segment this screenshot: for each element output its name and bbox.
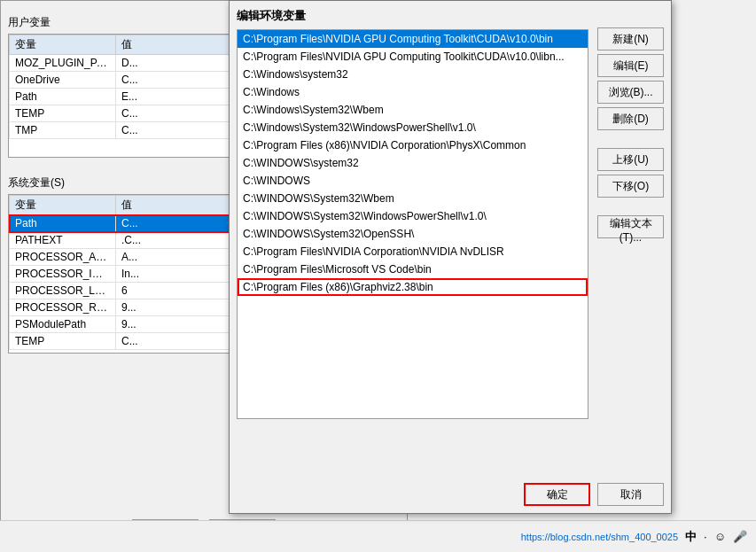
path-ok-button[interactable]: 确定 <box>524 483 590 506</box>
path-list-item[interactable]: C:\Windows\system32 <box>238 66 588 83</box>
user-var-name: TMP <box>10 122 116 139</box>
path-side-buttons: 新建(N) 编辑(E) 浏览(B)... 删除(D) 上移(U) 下移(O) 编… <box>597 27 664 238</box>
path-down-button[interactable]: 下移(O) <box>597 175 664 198</box>
user-var-name: OneDrive <box>10 72 116 89</box>
path-list-item[interactable]: C:\Program Files (x86)\NVIDIA Corporatio… <box>238 136 588 154</box>
path-dialog: 编辑环境变量 C:\Program Files\NVIDIA GPU Compu… <box>229 0 672 514</box>
path-list-item[interactable]: C:\WINDOWS\system32 <box>238 154 588 172</box>
sys-var-name: PROCESSOR_REVISION <box>10 299 116 316</box>
path-list[interactable]: C:\Program Files\NVIDIA GPU Computing To… <box>237 29 588 419</box>
user-col-name: 变量 <box>10 35 116 55</box>
path-list-item[interactable]: C:\Windows\System32\Wbem <box>238 101 588 119</box>
taskbar-lang[interactable]: 中 <box>685 529 697 545</box>
path-list-item[interactable]: C:\Program Files\NVIDIA Corporation\NVID… <box>238 243 588 260</box>
taskbar-emoji[interactable]: ☺ <box>714 530 726 543</box>
sys-var-name: PSModulePath <box>10 316 116 333</box>
sys-var-name: PATHEXT <box>10 232 116 249</box>
path-dialog-title: 编辑环境变量 <box>237 8 664 24</box>
path-new-button[interactable]: 新建(N) <box>597 27 664 51</box>
path-dialog-footer: 确定 取消 <box>524 483 664 506</box>
path-list-item[interactable]: C:\Program Files\NVIDIA GPU Computing To… <box>238 30 588 48</box>
path-list-item[interactable]: C:\Program Files (x86)\Graphviz2.38\bin <box>238 278 588 296</box>
taskbar-dot: · <box>704 530 707 543</box>
sys-var-name: PROCESSOR_IDENTIFIER <box>10 266 116 283</box>
path-list-item[interactable]: C:\WINDOWS\System32\WindowsPowerShell\v1… <box>238 207 588 225</box>
path-edit-text-button[interactable]: 编辑文本(T)... <box>597 215 664 238</box>
user-var-name: Path <box>10 89 116 105</box>
sys-col-name: 变量 <box>10 196 116 215</box>
path-list-item[interactable]: C:\Program Files\NVIDIA GPU Computing To… <box>238 48 588 66</box>
path-browse-button[interactable]: 浏览(B)... <box>597 81 664 104</box>
taskbar: https://blog.csdn.net/shm_400_0025 中 · ☺… <box>0 520 756 552</box>
path-list-item[interactable]: C:\WINDOWS\System32\OpenSSH\ <box>238 225 588 243</box>
user-var-name: MOZ_PLUGIN_PATH <box>10 55 116 72</box>
path-list-item[interactable]: C:\WINDOWS\System32\Wbem <box>238 190 588 207</box>
sys-var-name: PROCESSOR_ARCHITECTURE <box>10 249 116 266</box>
path-list-item[interactable]: C:\Windows <box>238 83 588 101</box>
path-edit-button[interactable]: 编辑(E) <box>597 54 664 77</box>
path-cancel-button[interactable]: 取消 <box>597 483 664 506</box>
taskbar-url: https://blog.csdn.net/shm_400_0025 <box>521 532 678 542</box>
path-delete-button[interactable]: 删除(D) <box>597 107 664 130</box>
path-list-item[interactable]: C:\Windows\System32\WindowsPowerShell\v1… <box>238 119 588 136</box>
sys-var-name: PROCESSOR_LEVEL <box>10 283 116 299</box>
path-list-item[interactable]: C:\WINDOWS <box>238 172 588 190</box>
sys-var-name: Path <box>10 215 116 232</box>
user-var-name: TEMP <box>10 105 116 122</box>
path-up-button[interactable]: 上移(U) <box>597 148 664 171</box>
sys-var-name: TEMP <box>10 333 116 350</box>
path-list-item[interactable]: C:\Program Files\Microsoft VS Code\bin <box>238 260 588 278</box>
taskbar-mic[interactable]: 🎤 <box>733 530 747 543</box>
